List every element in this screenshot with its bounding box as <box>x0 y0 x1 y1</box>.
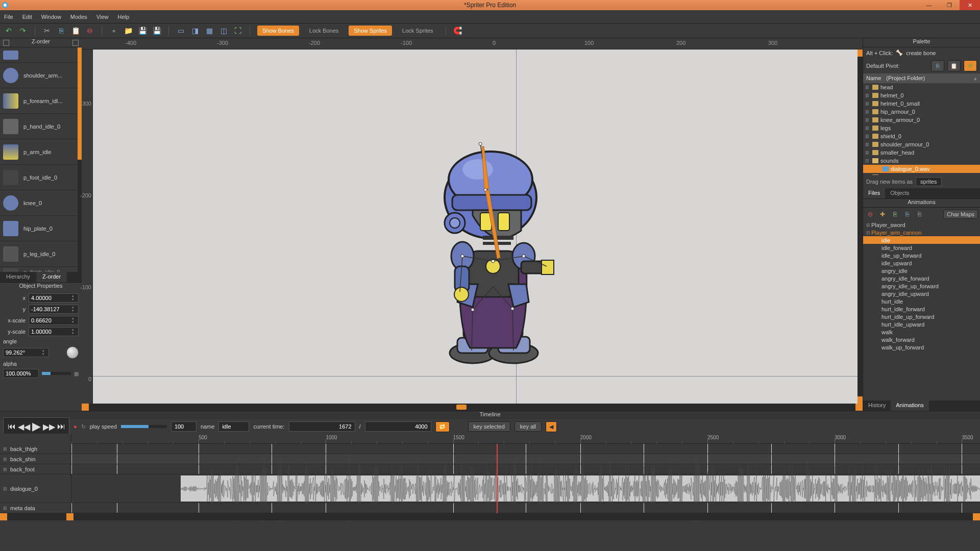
expand-icon[interactable]: ⊞ <box>866 222 871 228</box>
open-icon[interactable]: 📁 <box>124 26 133 35</box>
mode3-icon[interactable]: ▦ <box>205 26 214 35</box>
anim-item[interactable]: hurt_idle <box>863 297 980 305</box>
zorder-item[interactable]: p_leg_idle_0 <box>0 241 82 267</box>
zorder-item[interactable]: shoulder_arm... <box>0 63 82 88</box>
expand-icon[interactable]: ⊞ <box>3 486 8 491</box>
anim-item[interactable]: idle <box>863 236 980 244</box>
tab-animations[interactable]: Animations <box>891 400 928 411</box>
tab-hierarchy[interactable]: Hierarchy <box>0 272 36 282</box>
anim-item[interactable]: angry_idle_upward <box>863 290 980 297</box>
expand-icon[interactable]: ⊞ <box>3 446 8 452</box>
paste-icon[interactable]: 📋 <box>71 26 80 35</box>
anim-item[interactable]: idle_forward <box>863 244 980 252</box>
expand-icon[interactable]: ⊞ <box>865 93 870 98</box>
expand-icon[interactable]: ⊞ <box>865 142 870 147</box>
tree-item[interactable]: dialogue_0.wav <box>863 165 980 173</box>
track-lane[interactable] <box>71 464 980 474</box>
expand-icon[interactable]: ⊞ <box>865 150 870 155</box>
loop-icon[interactable]: ↻ <box>81 423 86 430</box>
track-lane[interactable] <box>71 474 980 503</box>
play-speed-input[interactable]: 100 <box>171 421 197 432</box>
minimize-button[interactable]: — <box>919 0 939 10</box>
anim-name-input[interactable]: idle <box>218 421 249 432</box>
track-lane[interactable] <box>71 503 980 513</box>
pivot-paste-button[interactable]: 📋 <box>947 60 961 71</box>
expand-icon[interactable]: ⊞ <box>865 101 870 106</box>
tree-item[interactable]: ⊞smaller_head <box>863 148 980 157</box>
lock-sprites-toggle[interactable]: Lock Sprites <box>397 26 438 36</box>
zorder-item[interactable]: hip_plate_0 <box>0 216 82 241</box>
expand-icon[interactable]: ⊞ <box>865 117 870 122</box>
zorder-item[interactable]: p_foot_idle_0 <box>0 165 82 190</box>
alpha-slider[interactable] <box>42 372 71 375</box>
anim-item[interactable]: walk <box>863 328 980 336</box>
angle-knob[interactable] <box>66 346 79 359</box>
menu-window[interactable]: Window <box>41 14 61 20</box>
first-frame-button[interactable]: ⏮ <box>8 422 16 431</box>
tab-history[interactable]: History <box>863 400 891 411</box>
pivot-copy-button[interactable]: ⎘ <box>931 60 944 71</box>
tree-item[interactable]: ⊞hip_armour_0 <box>863 108 980 116</box>
expand-icon[interactable]: ⊞ <box>3 467 8 472</box>
playhead[interactable] <box>497 444 498 513</box>
tree-item[interactable]: ⊞helmet_0 <box>863 91 980 99</box>
cut-icon[interactable]: ✂ <box>42 26 52 35</box>
character-sprite[interactable] <box>432 113 559 368</box>
timeline-scrollbar[interactable] <box>0 513 980 520</box>
prop-alpha-input[interactable]: 100.000% <box>3 369 39 378</box>
tab-files[interactable]: Files <box>863 188 885 198</box>
mode4-icon[interactable]: ◫ <box>219 26 228 35</box>
track-label[interactable]: ⊞back_shin <box>0 454 71 464</box>
anim-item[interactable]: idle_upward <box>863 259 980 267</box>
tab-objects[interactable]: Objects <box>885 188 914 198</box>
zorder-item[interactable]: p_thigh_idle_0 <box>0 267 82 272</box>
anim-dup3-button[interactable]: ⎘ <box>914 209 924 219</box>
prop-angle-input[interactable]: 99.262°▴▾ <box>3 348 49 357</box>
tree-item[interactable]: ⊞legs <box>863 124 980 132</box>
lock-bones-toggle[interactable]: Lock Bones <box>304 26 344 36</box>
copy-icon[interactable]: ⎘ <box>57 26 66 35</box>
prop-xscale-input[interactable]: 0.66620▴▾ <box>29 316 79 325</box>
tree-item[interactable]: ⊞helmet_0_small <box>863 99 980 108</box>
expand-icon[interactable]: ⊟ <box>865 158 870 163</box>
anim-item[interactable]: hurt_idle_forward <box>863 305 980 313</box>
track-label[interactable]: ⊞back_foot <box>0 464 71 474</box>
timeline-ruler[interactable]: 500100015002000250030003500 <box>71 434 980 444</box>
tree-item[interactable]: ⊞shield_0 <box>863 132 980 140</box>
current-time-input[interactable]: 1672 <box>289 421 355 432</box>
next-frame-button[interactable]: ▶▶ <box>43 422 55 432</box>
expand-icon[interactable]: ⊞ <box>3 506 8 511</box>
last-frame-button[interactable]: ⏭ <box>57 422 65 431</box>
zorder-item[interactable] <box>0 47 82 63</box>
zorder-scrollbar[interactable] <box>78 47 82 272</box>
audio-clip[interactable] <box>181 475 980 502</box>
anim-item[interactable]: angry_idle <box>863 267 980 274</box>
zorder-item[interactable]: p_arm_idle <box>0 139 82 165</box>
redo-icon[interactable]: ↷ <box>18 26 28 35</box>
show-bones-toggle[interactable]: Show Bones <box>257 26 299 36</box>
save-icon[interactable]: 💾 <box>138 26 147 35</box>
anim-item[interactable]: hurt_idle_up_forward <box>863 313 980 320</box>
collapse-icon[interactable]: ▴ <box>974 75 977 82</box>
anim-delete-button[interactable]: ⊖ <box>865 209 875 219</box>
record-icon[interactable]: ● <box>74 423 77 430</box>
canvas[interactable] <box>93 49 863 404</box>
repeat-button[interactable]: 🔁 <box>435 421 450 432</box>
play-speed-slider[interactable] <box>121 425 167 428</box>
expand-icon[interactable]: ⊟ <box>866 230 871 235</box>
anim-item[interactable]: idle_up_forward <box>863 252 980 259</box>
pivot-refresh-button[interactable]: ⟳ <box>964 60 977 71</box>
anim-item[interactable]: walk_up_forward <box>863 343 980 351</box>
timeline-track[interactable]: ⊞meta data <box>0 503 980 513</box>
play-button[interactable]: ▶ <box>32 420 41 433</box>
canvas-scrollbar-h[interactable] <box>82 404 863 411</box>
key-selected-button[interactable]: key selected <box>468 421 510 432</box>
tab-zorder[interactable]: Z-order <box>36 272 67 282</box>
anim-item[interactable]: ⊞Player_sword <box>863 221 980 229</box>
tree-item[interactable]: ⊞shoulder_armour_0 <box>863 140 980 148</box>
anim-add-button[interactable]: ✚ <box>877 209 888 219</box>
charmaps-button[interactable]: Char Maps <box>943 210 978 219</box>
fullscreen-icon[interactable]: ⛶ <box>233 26 242 35</box>
menu-modes[interactable]: Modes <box>70 14 87 20</box>
zorder-item[interactable]: knee_0 <box>0 190 82 216</box>
